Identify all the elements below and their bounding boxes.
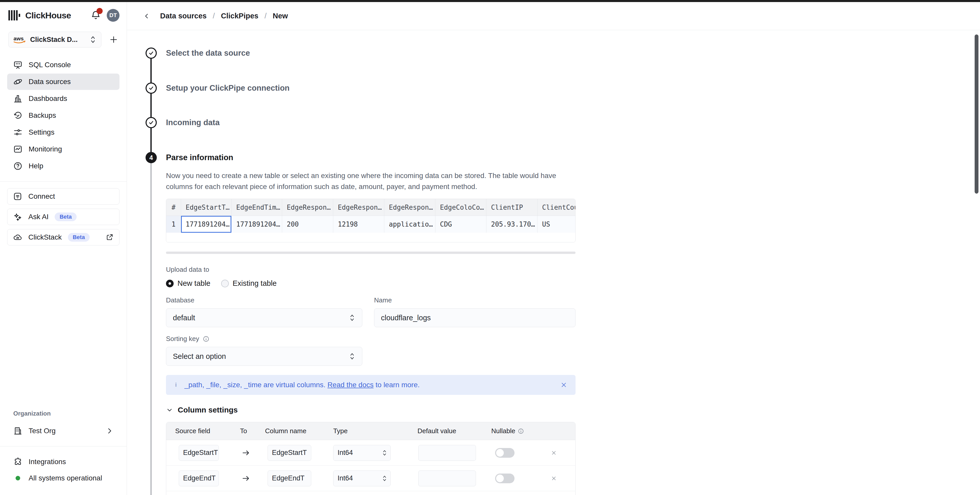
database-value: default: [173, 314, 195, 322]
column-mapping-row-clipped: [166, 491, 575, 495]
default-value-input[interactable]: [418, 445, 476, 461]
step-2-check-icon: [146, 83, 157, 94]
preview-horizontal-scrollbar[interactable]: [166, 251, 576, 254]
sidebar-item-backups[interactable]: Backups: [7, 107, 119, 124]
notifications-bell-icon[interactable]: [90, 10, 102, 21]
clickhouse-logo-icon: [8, 10, 20, 21]
preview-table-header-row: # EdgeStartT… EdgeEndTim… EdgeRespon… Ed…: [166, 199, 576, 216]
preview-cell[interactable]: 1771891204…: [232, 216, 282, 233]
column-settings-title: Column settings: [178, 406, 238, 414]
info-icon[interactable]: [203, 336, 209, 342]
integrations-label: Integrations: [29, 458, 66, 466]
preview-cell[interactable]: CDG: [435, 216, 487, 233]
step-4: 4 Parse information: [146, 152, 233, 163]
history-icon: [13, 111, 22, 120]
sidebar-item-dashboards[interactable]: Dashboards: [7, 91, 119, 107]
sidebar-item-label: Settings: [29, 128, 54, 136]
service-selector-row: aws ClickStack D...: [0, 29, 127, 48]
radio-existing-table-label[interactable]: Existing table: [232, 279, 277, 288]
read-the-docs-link[interactable]: Read the docs: [327, 381, 374, 389]
page-header: Data sources / ClickPipes / New: [127, 2, 980, 30]
step-2-label: Setup your ClickPipe connection: [166, 84, 290, 93]
organization-name: Test Org: [29, 427, 56, 435]
remove-column-icon[interactable]: [550, 475, 575, 482]
type-select[interactable]: Int64: [333, 471, 391, 486]
sidebar-item-settings[interactable]: Settings: [7, 124, 119, 140]
radio-existing-table[interactable]: [221, 280, 229, 287]
sorting-key-select[interactable]: Select an option: [166, 347, 362, 366]
sidebar-item-data-sources[interactable]: Data sources: [7, 73, 119, 90]
nullable-toggle[interactable]: [495, 474, 514, 483]
breadcrumb: Data sources / ClickPipes / New: [160, 12, 288, 20]
step-3[interactable]: Incoming data: [146, 117, 220, 128]
radio-new-table[interactable]: [166, 280, 173, 287]
toggle-knob: [496, 474, 504, 482]
wizard-scroll-area: Select the data source Setup your ClickP…: [127, 30, 980, 495]
external-link-icon[interactable]: [105, 233, 114, 241]
ask-ai-label: Ask AI: [29, 213, 49, 221]
preview-cell[interactable]: 205.93.170…: [487, 216, 538, 233]
banner-text: _path, _file, _size, _time are virtual c…: [185, 381, 420, 389]
status-green-dot: [16, 476, 20, 481]
preview-cell[interactable]: US: [538, 216, 576, 233]
integrations-item[interactable]: Integrations: [0, 454, 127, 470]
step-2[interactable]: Setup your ClickPipe connection: [146, 83, 290, 94]
step-1[interactable]: Select the data source: [146, 48, 250, 59]
add-service-button[interactable]: [108, 34, 119, 45]
type-header: Type: [333, 427, 417, 435]
sorting-key-block: Sorting key Select an option: [166, 335, 362, 366]
sorting-key-value: Select an option: [173, 352, 226, 361]
source-field-input[interactable]: EdgeStartT: [179, 445, 219, 461]
preview-cell-selected[interactable]: 1771891204…: [181, 216, 232, 233]
virtual-columns-banner: i _path, _file, _size, _time are virtual…: [166, 375, 576, 395]
breadcrumb-new: New: [273, 12, 288, 20]
breadcrumb-data-sources[interactable]: Data sources: [160, 12, 207, 20]
page-vertical-scrollbar[interactable]: [975, 35, 978, 194]
radio-new-table-label[interactable]: New table: [177, 279, 210, 288]
organization-item[interactable]: Test Org: [0, 423, 127, 439]
upload-data-to-label: Upload data to: [166, 266, 576, 274]
sidebar-item-monitoring[interactable]: Monitoring: [7, 141, 119, 158]
ask-ai-button[interactable]: Ask AI Beta: [7, 209, 119, 225]
step-4-label: Parse information: [166, 153, 233, 162]
sorting-key-label: Sorting key: [166, 335, 199, 343]
source-field-input[interactable]: EdgeEndT: [179, 471, 219, 486]
info-icon[interactable]: [518, 428, 524, 434]
data-sources-icon: [13, 77, 22, 86]
table-name-input[interactable]: cloudflare_logs: [374, 308, 576, 327]
database-select[interactable]: default: [166, 308, 362, 327]
sidebar-item-label: Monitoring: [29, 145, 62, 153]
system-status-item[interactable]: All systems operational: [0, 470, 127, 486]
preview-cell[interactable]: 12198: [333, 216, 384, 233]
preview-cell[interactable]: 200: [282, 216, 333, 233]
default-value-input[interactable]: [418, 471, 476, 486]
clickstack-button[interactable]: ClickStack Beta: [7, 229, 119, 245]
column-name-input[interactable]: EdgeEndT: [267, 471, 311, 486]
step-4-number: 4: [146, 152, 157, 163]
column-name-input[interactable]: EdgeStartT: [267, 445, 311, 461]
preview-cell[interactable]: applicatio…: [384, 216, 435, 233]
column-settings-toggle[interactable]: Column settings: [166, 406, 576, 414]
sidebar-item-help[interactable]: Help: [7, 158, 119, 174]
sidebar-item-sql-console[interactable]: SQL Console: [7, 57, 119, 73]
connect-button[interactable]: Connect: [7, 188, 119, 205]
preview-col-header: EdgeRespon…: [384, 199, 435, 216]
upload-target-radio-group: New table Existing table: [166, 279, 576, 288]
back-button[interactable]: [142, 11, 152, 21]
banner-close-icon[interactable]: [560, 381, 567, 388]
remove-column-icon[interactable]: [550, 450, 575, 456]
type-select[interactable]: Int64: [333, 445, 391, 461]
toggle-knob: [496, 449, 504, 457]
breadcrumb-clickpipes[interactable]: ClickPipes: [221, 12, 258, 20]
service-selector[interactable]: aws ClickStack D...: [8, 32, 101, 48]
preview-col-header: EdgeColoCo…: [435, 199, 487, 216]
clickstack-label: ClickStack: [29, 233, 62, 241]
sparkles-icon: [13, 212, 22, 221]
sidebar-item-label: SQL Console: [29, 61, 71, 69]
sql-console-icon: [13, 60, 22, 70]
to-header: To: [240, 427, 265, 435]
banner-info-icon: i: [175, 382, 177, 388]
avatar[interactable]: DT: [107, 9, 119, 22]
nullable-toggle[interactable]: [495, 448, 514, 458]
notification-dot: [97, 8, 103, 14]
